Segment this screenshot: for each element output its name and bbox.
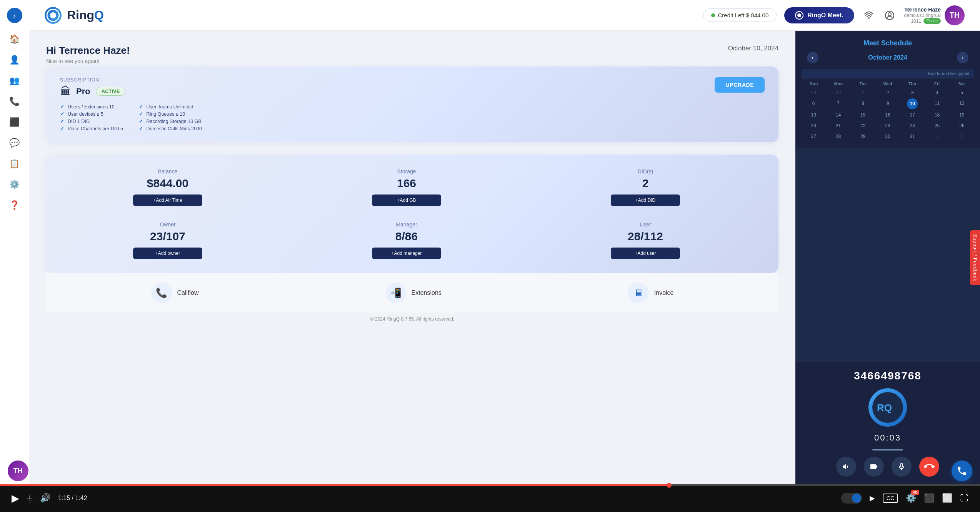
- did-label: DID(s): [538, 168, 753, 175]
- cal-cell[interactable]: 6: [802, 98, 825, 109]
- cal-cell[interactable]: 9: [876, 98, 900, 109]
- fullscreen-button[interactable]: ⛶: [960, 493, 968, 503]
- add-gb-button[interactable]: +Add GB: [372, 194, 441, 206]
- feedback-tab[interactable]: Support / Feedback: [970, 230, 980, 285]
- cal-cell[interactable]: 24: [900, 121, 924, 131]
- add-owner-button[interactable]: +Add owner: [133, 248, 202, 259]
- cal-cell[interactable]: 18: [925, 110, 949, 120]
- phone-fab[interactable]: [952, 460, 972, 481]
- calendar-nav: ‹ October 2024 ›: [803, 52, 972, 63]
- cal-cell[interactable]: 1: [851, 88, 875, 98]
- cal-cell[interactable]: 28: [826, 131, 850, 141]
- sidebar-item-tasks[interactable]: 📋: [6, 155, 23, 172]
- cal-cell[interactable]: 2: [950, 131, 974, 141]
- hangup-button[interactable]: [919, 457, 939, 477]
- calendar-next-button[interactable]: ›: [957, 52, 968, 63]
- cal-cell[interactable]: 12: [950, 98, 974, 109]
- credit-badge[interactable]: Credit Left $ 844.00: [703, 8, 777, 22]
- cal-cell[interactable]: 4: [925, 88, 949, 98]
- cal-cell[interactable]: 29: [802, 88, 825, 98]
- cal-cell[interactable]: 16: [876, 110, 900, 120]
- user-email: demo.us1.ringo.ai: [904, 13, 941, 18]
- meet-schedule-panel: Meet Schedule ‹ October 2024 › End-to-en…: [795, 31, 980, 362]
- sidebar-item-help[interactable]: ❓: [6, 197, 23, 214]
- cal-cell[interactable]: 22: [851, 121, 875, 131]
- cal-cell[interactable]: 1: [925, 131, 949, 141]
- shortcut-callflow[interactable]: 📞 Callflow: [151, 283, 199, 303]
- autoplay-icon: ▶: [870, 494, 875, 502]
- greeting-title: Hi Terrence Haze!: [46, 45, 778, 57]
- progress-bar-bg[interactable]: [0, 484, 980, 486]
- add-user-button[interactable]: +Add user: [611, 248, 680, 259]
- cal-cell[interactable]: 31: [900, 131, 924, 141]
- owner-value: 23/107: [60, 230, 275, 243]
- cal-cell[interactable]: 13: [802, 110, 825, 120]
- cal-cell[interactable]: 21: [826, 121, 850, 131]
- progress-knob[interactable]: [667, 483, 672, 488]
- ring-meet-button[interactable]: RingO Meet.: [784, 7, 854, 23]
- add-did-button[interactable]: +Add DID: [611, 194, 680, 206]
- camera-button[interactable]: [864, 457, 884, 477]
- cal-cell[interactable]: 26: [950, 121, 974, 131]
- sidebar-item-contacts[interactable]: 👥: [6, 72, 23, 89]
- header-icons: [862, 8, 897, 22]
- cal-cell[interactable]: 19: [950, 110, 974, 120]
- autoplay-toggle[interactable]: [841, 493, 862, 504]
- cal-cell[interactable]: 29: [851, 131, 875, 141]
- user-circle-icon[interactable]: [883, 8, 897, 22]
- greeting-sub: Nice to see you again!: [46, 58, 778, 64]
- settings-button[interactable]: ⚙️HD: [906, 493, 916, 503]
- cal-cell[interactable]: 14: [826, 110, 850, 120]
- cal-cell-today[interactable]: 10: [907, 98, 918, 109]
- play-button[interactable]: ▶: [12, 492, 19, 504]
- add-manager-button[interactable]: +Add manager: [372, 248, 441, 259]
- subscription-plan: 🏛 Pro ACTIVE: [60, 85, 202, 98]
- sidebar-item-home[interactable]: 🏠: [6, 31, 23, 48]
- cal-cell[interactable]: 8: [851, 98, 875, 109]
- cal-cell[interactable]: 27: [802, 131, 825, 141]
- feature-item: DID 1 DID: [60, 118, 123, 124]
- user-avatar-bottom: TH: [8, 460, 28, 481]
- mic-button[interactable]: [892, 457, 912, 477]
- theater-button[interactable]: ⬜: [942, 493, 952, 503]
- cal-cell[interactable]: 11: [925, 98, 949, 109]
- footer: © 2024 RingQ 8.7.55. All rights reserved…: [46, 313, 778, 326]
- cal-cell[interactable]: 17: [900, 110, 924, 120]
- sidebar-item-messages[interactable]: 💬: [6, 135, 23, 151]
- sidebar-item-dashboard[interactable]: ⬛: [6, 114, 23, 131]
- upgrade-button[interactable]: UPGRADE: [715, 77, 765, 93]
- svg-point-4: [868, 17, 870, 19]
- add-airtime-button[interactable]: +Add Air Time: [133, 194, 202, 206]
- cal-cell[interactable]: 5: [950, 88, 974, 98]
- cal-cell[interactable]: 23: [876, 121, 900, 131]
- sidebar-item-calls[interactable]: 📞: [6, 93, 23, 110]
- stat-manager: Manager 8/86 +Add manager: [287, 221, 526, 259]
- cal-cell[interactable]: 2: [876, 88, 900, 98]
- shortcut-extensions[interactable]: 📲 Extensions: [385, 283, 442, 303]
- volume-button[interactable]: 🔊: [40, 493, 50, 503]
- owner-label: Owner: [60, 221, 275, 228]
- cal-cell[interactable]: 15: [851, 110, 875, 120]
- logo-icon: [45, 7, 62, 24]
- sidebar-item-users[interactable]: 👤: [6, 52, 23, 68]
- sidebar-toggle[interactable]: ›: [7, 8, 22, 23]
- cal-cell[interactable]: 7: [826, 98, 850, 109]
- speaker-button[interactable]: [836, 457, 856, 477]
- cc-button[interactable]: CC: [883, 494, 898, 503]
- cal-cell[interactable]: 30: [876, 131, 900, 141]
- cal-cell[interactable]: 30: [826, 88, 850, 98]
- main-content: RingQ Credit Left $ 844.00 RingO Meet.: [29, 0, 980, 484]
- pip-button[interactable]: ⬛: [924, 493, 934, 503]
- skip-next-button[interactable]: ⏚: [27, 493, 32, 504]
- call-controls: [836, 457, 939, 477]
- user-label: User: [538, 221, 753, 228]
- calendar-prev-button[interactable]: ‹: [807, 52, 818, 63]
- cal-cell[interactable]: 25: [925, 121, 949, 131]
- cal-cell[interactable]: 20: [802, 121, 825, 131]
- sidebar-item-settings[interactable]: ⚙️: [6, 176, 23, 193]
- wifi-icon[interactable]: [862, 8, 876, 22]
- footer-text: © 2024 RingQ 8.7.55. All rights reserved…: [370, 316, 454, 322]
- cal-cell[interactable]: 3: [900, 88, 924, 98]
- stat-user: User 28/112 +Add user: [526, 221, 765, 259]
- shortcut-invoice[interactable]: 🖥 Invoice: [628, 283, 674, 303]
